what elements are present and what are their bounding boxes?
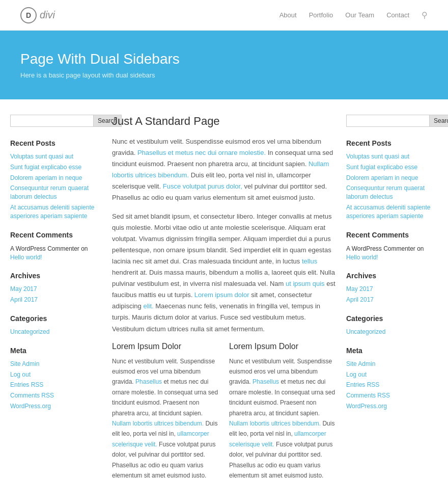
left-archives-title: Archives (10, 272, 102, 280)
column-2: Lorem Ipsum Dolor Nunc et vestibulum vel… (229, 342, 336, 478)
right-recent-comments: Recent Comments A WordPress Commenter on… (346, 231, 438, 262)
left-meta: Meta Site Admin Log out Entries RSS Comm… (10, 347, 102, 411)
main-link-tellus[interactable]: tellus (302, 257, 317, 265)
left-archive-0[interactable]: May 2017 (10, 285, 102, 294)
right-comment-entry: A WordPress Commenter on Hello world! (346, 244, 438, 262)
left-comment-entry: A WordPress Commenter on Hello world! (10, 244, 102, 262)
main-link-lorem[interactable]: Lorem ipsum dolor (194, 291, 249, 299)
left-category-0[interactable]: Uncategorized (10, 328, 102, 336)
right-meta-title: Meta (346, 347, 438, 355)
right-post-2[interactable]: Dolorem aperiam in neque (346, 174, 438, 182)
main-para-1: Nunc et vestibulum velit. Suspendisse eu… (112, 136, 336, 204)
page-body: Search Recent Posts Voluptas sunt quasi … (0, 99, 448, 478)
column-1: Lorem Ipsum Dolor Nunc et vestibulum vel… (112, 342, 219, 478)
left-meta-0[interactable]: Site Admin (10, 360, 102, 368)
left-meta-1[interactable]: Log out (10, 370, 102, 379)
right-meta-1[interactable]: Log out (346, 370, 438, 379)
logo-letter: D (26, 11, 31, 19)
col2-link-ullamcorper[interactable]: ullamcorper scelerisque velit. (229, 430, 326, 447)
right-archives-title: Archives (346, 272, 438, 280)
main-link-fusce[interactable]: Fusce volutpat purus dolor, (163, 182, 242, 190)
right-comment-link[interactable]: Hello world! (346, 253, 438, 262)
left-recent-comments-title: Recent Comments (10, 231, 102, 239)
main-page-title: Just A Standard Page (112, 115, 336, 128)
left-post-0[interactable]: Voluptas sunt quasi aut (10, 152, 102, 161)
left-categories-title: Categories (10, 314, 102, 323)
left-archives: Archives May 2017 April 2017 (10, 272, 102, 304)
main-content: Just A Standard Page Nunc et vestibulum … (112, 115, 336, 478)
left-archive-1[interactable]: April 2017 (10, 296, 102, 304)
main-link-nullam[interactable]: Nullam lobortis ultrices bibendum. (112, 160, 329, 179)
right-meta-2[interactable]: Entries RSS (346, 381, 438, 389)
left-commenter-name: A WordPress Commenter (10, 245, 79, 252)
hero-section: Page With Dual Sidebars Here is a basic … (0, 31, 448, 99)
logo-text: divi (40, 9, 55, 21)
left-recent-comments: Recent Comments A WordPress Commenter on… (10, 231, 102, 262)
left-meta-3[interactable]: Comments RSS (10, 391, 102, 400)
left-meta-4[interactable]: WordPress.org (10, 402, 102, 411)
left-recent-posts-title: Recent Posts (10, 139, 102, 147)
nav-links: About Portfolio Our Team Contact ⚲ (279, 10, 428, 20)
right-commenter-on: on (417, 245, 424, 252)
col2-title: Lorem Ipsum Dolor (229, 342, 336, 351)
left-commenter-on: on (81, 245, 88, 252)
col1-link-ullamcorper[interactable]: ullamcorper scelerisque velit. (112, 430, 209, 447)
left-search-input[interactable] (10, 115, 94, 127)
right-search-button[interactable]: Search (430, 115, 448, 127)
navbar: D divi About Portfolio Our Team Contact … (0, 0, 448, 31)
col2-para: Nunc et vestibulum velit. Suspendisse eu… (229, 356, 336, 478)
right-meta-4[interactable]: WordPress.org (346, 402, 438, 411)
right-archive-1[interactable]: April 2017 (346, 296, 438, 304)
col1-link-phasellus[interactable]: Phasellus (135, 378, 162, 385)
hero-subtitle: Here is a basic page layout with dual si… (20, 71, 428, 79)
left-post-4[interactable]: At accusamus deleniti sapiente asperiore… (10, 203, 102, 221)
left-comment-link[interactable]: Hello world! (10, 253, 102, 262)
right-search-input[interactable] (346, 115, 430, 127)
left-meta-title: Meta (10, 347, 102, 355)
logo-circle: D (20, 7, 37, 23)
right-post-1[interactable]: Sunt fugiat explicabo esse (346, 163, 438, 172)
right-search-form: Search (346, 115, 438, 127)
right-post-3[interactable]: Consequuntur rerum quaerat laborum delec… (346, 184, 438, 201)
logo-link[interactable]: D divi (20, 7, 55, 23)
col1-link-nullam[interactable]: Nullam lobortis ultrices bibendum. (112, 420, 204, 427)
two-column-section: Lorem Ipsum Dolor Nunc et vestibulum vel… (112, 342, 336, 478)
col1-title: Lorem Ipsum Dolor (112, 342, 219, 351)
nav-contact[interactable]: Contact (386, 11, 409, 19)
left-categories: Categories Uncategorized (10, 314, 102, 336)
right-post-0[interactable]: Voluptas sunt quasi aut (346, 152, 438, 161)
left-post-2[interactable]: Dolorem aperiam in neque (10, 174, 102, 182)
left-recent-posts: Recent Posts Voluptas sunt quasi aut Sun… (10, 139, 102, 221)
right-recent-posts-title: Recent Posts (346, 139, 438, 147)
right-recent-comments-title: Recent Comments (346, 231, 438, 239)
left-sidebar: Search Recent Posts Voluptas sunt quasi … (10, 115, 102, 478)
col2-link-phasellus[interactable]: Phasellus (253, 378, 279, 385)
nav-portfolio[interactable]: Portfolio (309, 11, 333, 19)
left-search-form: Search (10, 115, 102, 127)
right-archive-0[interactable]: May 2017 (346, 285, 438, 294)
left-post-3[interactable]: Consequuntur rerum quaerat laborum delec… (10, 184, 102, 201)
right-categories-title: Categories (346, 314, 438, 323)
right-post-4[interactable]: At accusamus deleniti sapiente asperiore… (346, 203, 438, 221)
right-recent-posts: Recent Posts Voluptas sunt quasi aut Sun… (346, 139, 438, 221)
col1-para: Nunc et vestibulum velit. Suspendisse eu… (112, 356, 219, 478)
right-archives: Archives May 2017 April 2017 (346, 272, 438, 304)
main-para-2: Sed sit amet blandit ipsum, et consectet… (112, 211, 336, 335)
right-category-0[interactable]: Uncategorized (346, 328, 438, 336)
main-link-ipsum[interactable]: ut ipsum quis (286, 280, 325, 287)
nav-about[interactable]: About (279, 11, 297, 19)
hero-title: Page With Dual Sidebars (20, 51, 428, 67)
right-commenter-name: A WordPress Commenter (346, 245, 415, 252)
right-meta-0[interactable]: Site Admin (346, 360, 438, 368)
right-meta: Meta Site Admin Log out Entries RSS Comm… (346, 347, 438, 411)
main-link-phasellus[interactable]: Phasellus et metus nec dui ornare molest… (137, 149, 266, 156)
left-meta-2[interactable]: Entries RSS (10, 381, 102, 389)
right-categories: Categories Uncategorized (346, 314, 438, 336)
right-meta-3[interactable]: Comments RSS (346, 391, 438, 400)
col2-link-nullam[interactable]: Nullam lobortis ultrices bibendum. (229, 420, 321, 427)
main-link-elit[interactable]: elit. (143, 302, 153, 310)
left-post-1[interactable]: Sunt fugiat explicabo esse (10, 163, 102, 172)
search-icon[interactable]: ⚲ (422, 10, 428, 20)
right-sidebar: Search Recent Posts Voluptas sunt quasi … (346, 115, 438, 478)
nav-our-team[interactable]: Our Team (345, 11, 374, 19)
